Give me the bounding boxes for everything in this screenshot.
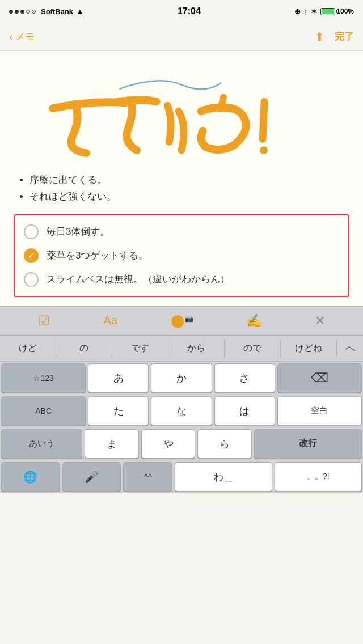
bullet-item-1: 序盤に出てくる。 — [29, 172, 349, 189]
check-text-1: 毎日3体倒す。 — [47, 225, 109, 238]
signal-dots — [9, 10, 36, 14]
wifi-icon: ▲ — [76, 7, 84, 16]
key-return[interactable]: 改行 — [254, 429, 362, 459]
font-toolbar-btn[interactable]: Aa — [104, 314, 117, 327]
checklist-item-1[interactable]: 毎日3体倒す。 — [15, 220, 348, 244]
key-ka[interactable]: か — [151, 363, 212, 393]
key-sa[interactable]: さ — [214, 363, 275, 393]
key-row-4: 🌐 🎤 ^^ わ＿ 、。?! — [0, 460, 363, 493]
nav-bar: ‹ メモ ⬆ 完了 — [0, 23, 363, 51]
key-na[interactable]: な — [151, 396, 212, 426]
key-abc[interactable]: ABC — [1, 396, 86, 426]
check-circle-2[interactable] — [24, 248, 39, 263]
bullet-list: 序盤に出てくる。 それほど強くない。 — [14, 172, 349, 205]
key-emoji[interactable]: 🌐 — [1, 462, 60, 492]
key-space[interactable]: 空白 — [277, 396, 362, 426]
keyboard: ☆123 あ か さ ⌫ ABC た な は 空白 あいう ま や ら 改行 🌐… — [0, 362, 363, 493]
back-label: メモ — [15, 30, 35, 43]
dot2 — [15, 10, 19, 14]
key-mic[interactable]: 🎤 — [62, 462, 121, 492]
close-toolbar-btn[interactable]: ✕ — [315, 313, 325, 328]
predictive-item-3[interactable]: から — [168, 339, 225, 358]
key-ha[interactable]: は — [214, 396, 275, 426]
arrow-icon: ↑ — [304, 7, 308, 16]
dot3 — [20, 10, 24, 14]
bullet-item-2: それほど強くない。 — [29, 189, 349, 205]
check-text-3: スライムベスは無視。（違いがわからん） — [47, 273, 230, 286]
battery-icon — [320, 8, 335, 15]
status-left: SoftBank ▲ — [9, 7, 84, 16]
key-row-3: あいう ま や ら 改行 — [0, 427, 363, 460]
predictive-item-4[interactable]: ので — [225, 339, 281, 358]
key-row-2: ABC た な は 空白 — [0, 395, 363, 427]
camera-toolbar-btn[interactable]: ⬤📷 — [171, 313, 193, 328]
predictive-item-1[interactable]: の — [56, 339, 112, 358]
checklist-item-2[interactable]: 薬草を3つゲットする。 — [15, 244, 348, 268]
note-area: 序盤に出てくる。 それほど強くない。 毎日3体倒す。 薬草を3つゲットする。 ス… — [0, 51, 363, 306]
checklist-item-3[interactable]: スライムベスは無視。（違いがわからん） — [15, 268, 348, 291]
share-icon[interactable]: ⬆ — [315, 30, 324, 44]
check-text-2: 薬草を3つゲットする。 — [47, 249, 148, 262]
check-circle-1[interactable] — [24, 224, 39, 239]
toolbar: ☑ Aa ⬤📷 ✍ ✕ — [0, 306, 363, 336]
checklist-toolbar-btn[interactable]: ☑ — [38, 313, 50, 329]
battery-label: 100% — [336, 7, 354, 15]
predictive-bar: けど の です から ので けどね へ — [0, 336, 363, 362]
signature-toolbar-btn[interactable]: ✍ — [246, 313, 261, 328]
key-a[interactable]: あ — [88, 363, 149, 393]
dot4 — [26, 10, 30, 14]
battery-fill — [322, 9, 334, 14]
key-num[interactable]: ☆123 — [1, 363, 86, 393]
key-ma[interactable]: ま — [85, 429, 139, 459]
check-circle-3[interactable] — [24, 272, 39, 287]
predictive-item-2[interactable]: です — [112, 339, 168, 358]
predictive-item-0[interactable]: けど — [0, 339, 56, 358]
predictive-item-5[interactable]: けどね — [281, 339, 337, 358]
key-punct[interactable]: 、。?! — [275, 462, 362, 492]
key-hiragana[interactable]: あいう — [1, 429, 82, 459]
svg-point-0 — [260, 146, 268, 154]
handwriting-area — [14, 60, 349, 168]
nav-actions: ⬆ 完了 — [315, 30, 354, 44]
dot1 — [9, 10, 13, 14]
handwriting-svg — [14, 60, 349, 168]
location-icon: ⊕ — [294, 7, 301, 16]
checklist-section: 毎日3体倒す。 薬草を3つゲットする。 スライムベスは無視。（違いがわからん） — [14, 214, 349, 297]
status-right: ⊕ ↑ ✶ 100% — [294, 7, 354, 16]
done-button[interactable]: 完了 — [335, 30, 354, 43]
key-row-1: ☆123 あ か さ ⌫ — [0, 362, 363, 395]
key-ta[interactable]: た — [88, 396, 149, 426]
dot5 — [32, 10, 36, 14]
predictive-arrow[interactable]: へ — [337, 341, 363, 355]
key-ya[interactable]: や — [141, 429, 196, 459]
back-button[interactable]: ‹ メモ — [9, 30, 35, 43]
key-caps[interactable]: ^^ — [123, 462, 172, 492]
carrier-label: SoftBank — [41, 7, 73, 16]
status-bar: SoftBank ▲ 17:04 ⊕ ↑ ✶ 100% — [0, 0, 363, 23]
back-chevron-icon: ‹ — [9, 30, 13, 43]
key-wa[interactable]: わ＿ — [175, 462, 272, 492]
status-time: 17:04 — [178, 6, 201, 16]
bluetooth-icon: ✶ — [311, 7, 317, 16]
battery: 100% — [320, 7, 354, 15]
key-backspace[interactable]: ⌫ — [277, 363, 362, 393]
key-ra[interactable]: ら — [197, 429, 252, 459]
